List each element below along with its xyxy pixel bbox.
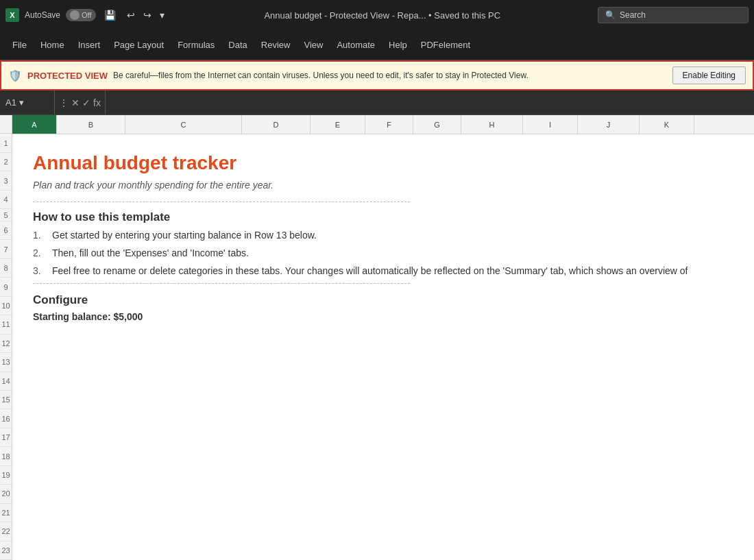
row-numbers-column: 1 2 3 4 5 6 7 8 9 10 11 12 13 14 15 16 1… — [0, 115, 12, 560]
row-num-21[interactable]: 21 — [0, 504, 12, 522]
menu-home[interactable]: Home — [34, 36, 71, 54]
budget-title: Annual budget tracker — [33, 152, 740, 174]
configure-section: Configure Starting balance: $5,000 — [33, 293, 740, 322]
toggle-knob — [70, 10, 80, 20]
protected-view-label: PROTECTED VIEW — [27, 71, 108, 81]
protected-view-message: Be careful—files from the Internet can c… — [113, 71, 667, 80]
col-header-c[interactable]: C — [125, 115, 242, 134]
sheet-body[interactable]: Annual budget tracker Plan and track you… — [12, 134, 754, 560]
formula-controls: ⋮ ✕ ✓ fx — [55, 90, 106, 114]
save-icon[interactable]: 💾 — [101, 8, 119, 22]
row-num-13[interactable]: 13 — [0, 353, 12, 372]
list-num-1: 1. — [33, 230, 47, 241]
search-placeholder: Search — [620, 10, 646, 20]
toggle-state: Off — [82, 11, 91, 19]
row-num-1[interactable]: 1 — [0, 134, 12, 152]
budget-subtitle: Plan and track your monthly spending for… — [33, 180, 740, 191]
row-num-12[interactable]: 12 — [0, 334, 12, 353]
formula-bar: A1 ▾ ⋮ ✕ ✓ fx — [0, 90, 754, 115]
col-header-b[interactable]: B — [57, 115, 125, 134]
quick-access-dropdown[interactable]: ▾ — [157, 8, 167, 22]
menu-view[interactable]: View — [297, 36, 330, 54]
row-num-11[interactable]: 11 — [0, 315, 12, 334]
row-num-9[interactable]: 9 — [0, 278, 12, 296]
title-bar-right: 🔍 Search — [598, 7, 749, 23]
configure-title: Configure — [33, 293, 740, 307]
title-bar: X AutoSave Off 💾 ↩ ↪ ▾ Annual budget - P… — [0, 0, 754, 30]
search-box[interactable]: 🔍 Search — [598, 7, 749, 23]
sheet-content: A B C D E F G H I J K Annual budget trac… — [12, 115, 754, 560]
how-to-title: How to use this template — [33, 210, 740, 224]
list-item-3: 3. Feel free to rename or delete categor… — [33, 265, 740, 276]
list-item-1: 1. Get started by entering your starting… — [33, 230, 740, 241]
menu-page-layout[interactable]: Page Layout — [107, 36, 171, 54]
row-num-19[interactable]: 19 — [0, 466, 12, 485]
col-header-g[interactable]: G — [413, 115, 461, 134]
row-num-4[interactable]: 4 — [0, 191, 12, 209]
col-header-j[interactable]: J — [578, 115, 640, 134]
row-num-7[interactable]: 7 — [0, 240, 12, 258]
fx-icon[interactable]: fx — [93, 97, 101, 108]
kebab-menu-icon[interactable]: ⋮ — [59, 97, 69, 108]
row-num-22[interactable]: 22 — [0, 522, 12, 541]
menu-data[interactable]: Data — [221, 36, 254, 54]
menu-automate[interactable]: Automate — [330, 36, 382, 54]
instruction-1-text: Get started by entering your starting ba… — [52, 230, 317, 241]
menu-formulas[interactable]: Formulas — [171, 36, 221, 54]
row-num-16[interactable]: 16 — [0, 409, 12, 428]
window-title: Annual budget - Protected View - Repa...… — [173, 10, 592, 21]
protected-view-banner: 🛡️ PROTECTED VIEW Be careful—files from … — [0, 60, 754, 90]
row-num-8[interactable]: 8 — [0, 259, 12, 278]
row-num-18[interactable]: 18 — [0, 447, 12, 465]
undo-button[interactable]: ↩ — [124, 8, 138, 22]
col-header-e[interactable]: E — [311, 115, 365, 134]
row-num-17[interactable]: 17 — [0, 428, 12, 447]
list-num-2: 2. — [33, 247, 47, 258]
cell-reference-box[interactable]: A1 ▾ — [0, 90, 55, 114]
col-header-k[interactable]: K — [640, 115, 694, 134]
content-area: Annual budget tracker Plan and track you… — [12, 134, 754, 560]
starting-balance-value: $5,000 — [113, 311, 143, 322]
row-num-3[interactable]: 3 — [0, 171, 12, 190]
divider-2 — [33, 283, 410, 284]
starting-balance: Starting balance: $5,000 — [33, 311, 740, 322]
instruction-3-text: Feel free to rename or delete categories… — [52, 265, 688, 276]
row-num-10[interactable]: 10 — [0, 297, 12, 315]
col-header-i[interactable]: I — [523, 115, 578, 134]
confirm-icon[interactable]: ✓ — [82, 97, 90, 108]
menu-pdfelement[interactable]: PDFelement — [414, 36, 477, 54]
row-num-2[interactable]: 2 — [0, 153, 12, 171]
instruction-2-text: Then, fill out the 'Expenses' and 'Incom… — [52, 247, 249, 258]
row-num-20[interactable]: 20 — [0, 485, 12, 503]
enable-editing-button[interactable]: Enable Editing — [672, 66, 746, 84]
divider-1 — [33, 202, 410, 202]
search-icon: 🔍 — [605, 10, 616, 20]
menu-file[interactable]: File — [5, 36, 34, 54]
column-headers: A B C D E F G H I J K — [12, 115, 754, 134]
menu-help[interactable]: Help — [382, 36, 414, 54]
autosave-label: AutoSave — [25, 10, 60, 20]
menu-review[interactable]: Review — [254, 36, 297, 54]
col-header-d[interactable]: D — [242, 115, 311, 134]
row-num-23[interactable]: 23 — [0, 541, 12, 560]
spreadsheet-area: 1 2 3 4 5 6 7 8 9 10 11 12 13 14 15 16 1… — [0, 115, 754, 560]
row-num-14[interactable]: 14 — [0, 372, 12, 391]
instruction-list: 1. Get started by entering your starting… — [33, 230, 740, 276]
col-header-h[interactable]: H — [461, 115, 523, 134]
menu-bar: File Home Insert Page Layout Formulas Da… — [0, 30, 754, 60]
row-num-6[interactable]: 6 — [0, 221, 12, 240]
undo-redo-group: ↩ ↪ ▾ — [124, 8, 167, 22]
list-num-3: 3. — [33, 265, 47, 276]
cell-ref-value: A1 — [5, 97, 16, 108]
row-num-15[interactable]: 15 — [0, 391, 12, 409]
list-item-2: 2. Then, fill out the 'Expenses' and 'In… — [33, 247, 740, 258]
autosave-toggle[interactable]: Off — [66, 9, 95, 21]
cell-ref-dropdown[interactable]: ▾ — [19, 97, 24, 108]
row-num-5[interactable]: 5 — [0, 209, 12, 221]
col-header-f[interactable]: F — [365, 115, 413, 134]
cancel-icon[interactable]: ✕ — [71, 97, 80, 108]
shield-icon: 🛡️ — [8, 69, 22, 82]
menu-insert[interactable]: Insert — [71, 36, 108, 54]
redo-button[interactable]: ↪ — [141, 8, 154, 22]
col-header-a[interactable]: A — [12, 115, 57, 134]
